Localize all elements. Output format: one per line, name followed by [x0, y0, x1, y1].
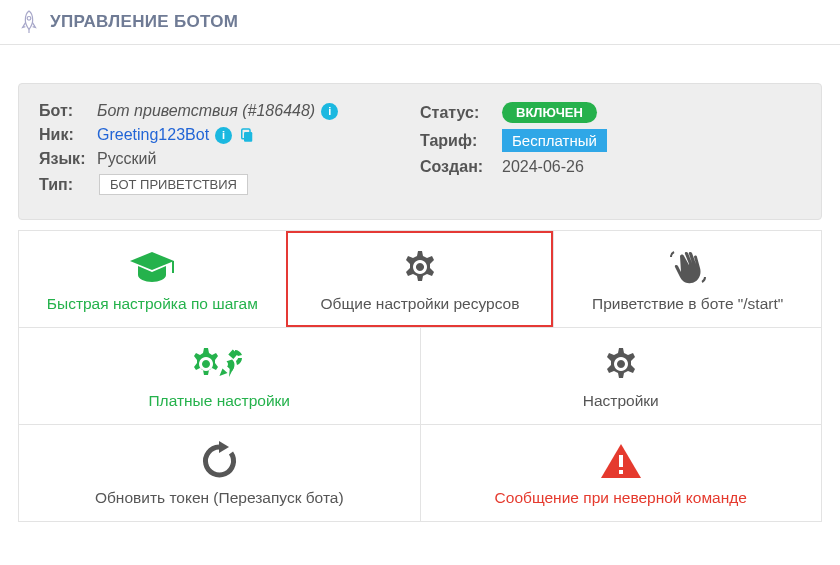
- tile-refresh-token[interactable]: Обновить токен (Перезапуск бота): [19, 425, 420, 521]
- svg-rect-1: [244, 132, 252, 142]
- info-icon[interactable]: i: [321, 103, 338, 120]
- info-col-left: Бот: Бот приветствия (#186448) i Ник: Gr…: [39, 102, 420, 201]
- copy-icon[interactable]: [238, 126, 256, 144]
- tile-paid-settings[interactable]: Платные настройки: [19, 328, 420, 424]
- grid-row: Обновить токен (Перезапуск бота) Сообщен…: [19, 424, 821, 521]
- svg-rect-3: [172, 261, 174, 273]
- tile-settings[interactable]: Настройки: [420, 328, 822, 424]
- lang-label: Язык:: [39, 150, 91, 168]
- status-badge: ВКЛЮЧЕН: [502, 102, 597, 123]
- tariff-label: Тариф:: [420, 132, 496, 150]
- type-label: Тип:: [39, 176, 91, 194]
- tile-label: Сообщение при неверной команде: [495, 489, 747, 507]
- grid-row: Платные настройки Настройки: [19, 327, 821, 424]
- info-col-right: Статус: ВКЛЮЧЕН Тариф: Бесплатный Создан…: [420, 102, 801, 201]
- info-row-created: Создан: 2024-06-26: [420, 158, 801, 176]
- tile-label: Платные настройки: [148, 392, 290, 410]
- refresh-icon: [199, 439, 239, 483]
- graduation-cap-icon: [128, 245, 176, 289]
- lang-value: Русский: [97, 150, 156, 168]
- tiles-grid: Быстрая настройка по шагам Общие настрой…: [18, 230, 822, 522]
- tariff-badge[interactable]: Бесплатный: [502, 129, 607, 152]
- info-icon[interactable]: i: [215, 127, 232, 144]
- gear-icon: [601, 342, 641, 386]
- gear-icon: [400, 245, 440, 289]
- info-row-bot: Бот: Бот приветствия (#186448) i: [39, 102, 420, 120]
- created-value: 2024-06-26: [502, 158, 584, 176]
- svg-rect-4: [619, 455, 623, 467]
- warning-triangle-icon: [599, 439, 643, 483]
- info-row-lang: Язык: Русский: [39, 150, 420, 168]
- tile-label: Приветствие в боте "/start": [592, 295, 783, 313]
- svg-rect-5: [619, 470, 623, 474]
- tile-invalid-command[interactable]: Сообщение при неверной команде: [420, 425, 822, 521]
- rocket-icon: [18, 9, 40, 35]
- tile-common-settings[interactable]: Общие настройки ресурсов: [286, 231, 554, 327]
- bot-value: Бот приветствия (#186448): [97, 102, 315, 120]
- bot-info-panel: Бот: Бот приветствия (#186448) i Ник: Gr…: [18, 83, 822, 220]
- info-row-status: Статус: ВКЛЮЧЕН: [420, 102, 801, 123]
- svg-point-0: [27, 17, 31, 21]
- info-row-type: Тип: БОТ ПРИВЕТСТВИЯ: [39, 174, 420, 195]
- tile-greeting-start[interactable]: Приветствие в боте "/start": [553, 231, 821, 327]
- wave-hand-icon: [668, 245, 708, 289]
- grid-row: Быстрая настройка по шагам Общие настрой…: [19, 231, 821, 327]
- gear-pencil-icon: [191, 342, 247, 386]
- info-row-tariff: Тариф: Бесплатный: [420, 129, 801, 152]
- page-title: УПРАВЛЕНИЕ БОТОМ: [50, 12, 238, 32]
- tile-label: Настройки: [583, 392, 659, 410]
- tile-label: Быстрая настройка по шагам: [47, 295, 258, 313]
- nick-link[interactable]: Greeting123Bot: [97, 126, 209, 144]
- type-chip: БОТ ПРИВЕТСТВИЯ: [99, 174, 248, 195]
- tile-quick-setup[interactable]: Быстрая настройка по шагам: [19, 231, 286, 327]
- info-row-nick: Ник: Greeting123Bot i: [39, 126, 420, 144]
- bot-label: Бот:: [39, 102, 91, 120]
- page-header: УПРАВЛЕНИЕ БОТОМ: [0, 0, 840, 45]
- tile-label: Обновить токен (Перезапуск бота): [95, 489, 344, 507]
- tile-label: Общие настройки ресурсов: [321, 295, 520, 313]
- status-label: Статус:: [420, 104, 496, 122]
- created-label: Создан:: [420, 158, 496, 176]
- nick-label: Ник:: [39, 126, 91, 144]
